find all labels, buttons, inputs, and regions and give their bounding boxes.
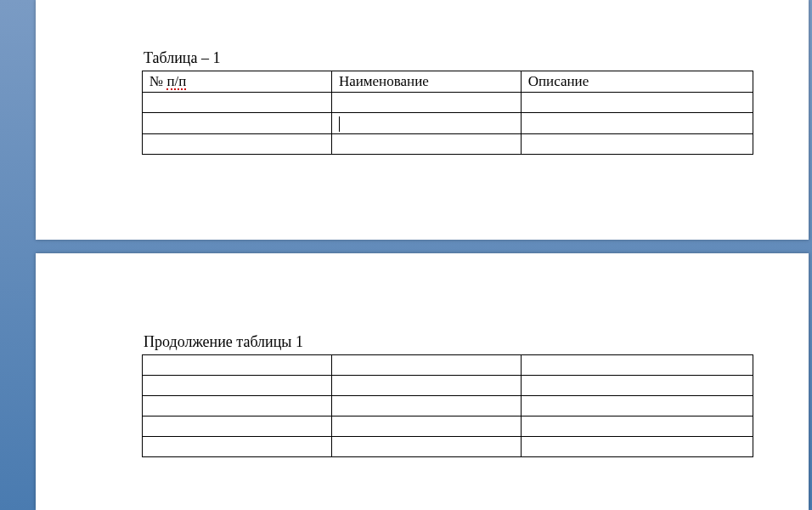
header-name-text: Наименование [339,73,429,89]
header-cell-description[interactable]: Описание [521,71,753,93]
table-cell[interactable] [143,416,332,437]
table-cell[interactable] [331,437,521,457]
table-row [143,113,753,134]
table-row [143,376,753,396]
table-cell[interactable] [331,93,521,113]
table-2[interactable] [142,354,753,457]
caption-text-suffix: – 1 [197,49,220,66]
header-number-prefix: № [149,73,166,89]
table-1[interactable]: № п/п Наименование Описание [142,71,753,155]
table-row [143,93,753,113]
table-2-caption[interactable]: Продолжение таблицы 1 [142,333,753,351]
table-cell[interactable] [143,93,332,113]
table-cell[interactable] [143,437,332,457]
table-cell[interactable] [521,113,753,134]
table-cell-active[interactable] [331,113,521,134]
page-1-content: Таблица – 1 № п/п Наименование Описание [142,49,753,155]
document-page-2[interactable]: Продолжение таблицы 1 [36,253,809,510]
table-cell[interactable] [143,113,332,134]
header-number-underlined: п/п [166,74,186,90]
table-row [143,416,753,437]
table-cell[interactable] [521,134,753,155]
table-row [143,396,753,416]
table-cell[interactable] [143,396,332,416]
caption-text-prefix: Таблица [144,49,197,66]
table-cell[interactable] [331,134,521,155]
page-2-content: Продолжение таблицы 1 [142,333,753,457]
table-cell[interactable] [143,355,332,376]
table-cell[interactable] [331,416,521,437]
table-cell[interactable] [521,376,753,396]
header-cell-number[interactable]: № п/п [143,71,332,93]
table-cell[interactable] [143,134,332,155]
table-row [143,437,753,457]
table-cell[interactable] [521,93,753,113]
table-cell[interactable] [331,396,521,416]
table-cell[interactable] [521,416,753,437]
table-row [143,134,753,155]
text-cursor [339,116,340,132]
table-header-row: № п/п Наименование Описание [143,71,753,93]
table-row [143,355,753,376]
table-cell[interactable] [521,396,753,416]
table-cell[interactable] [331,355,521,376]
table-cell[interactable] [521,437,753,457]
table-cell[interactable] [331,376,521,396]
table-1-caption[interactable]: Таблица – 1 [142,49,753,67]
caption-2-text: Продолжение таблицы 1 [144,333,303,350]
table-cell[interactable] [521,355,753,376]
table-cell[interactable] [143,376,332,396]
header-cell-name[interactable]: Наименование [331,71,521,93]
header-description-text: Описание [528,73,589,89]
document-page-1[interactable]: Таблица – 1 № п/п Наименование Описание [36,0,809,240]
